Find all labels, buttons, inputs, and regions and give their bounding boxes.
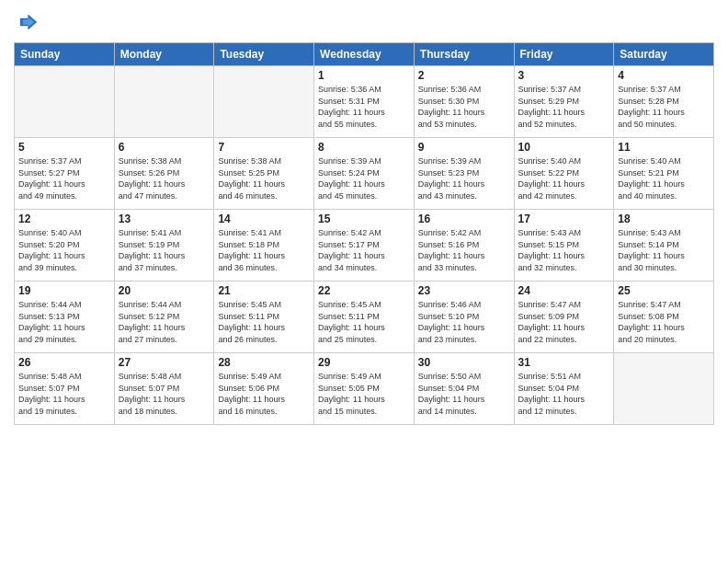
calendar-day-cell: 31Sunrise: 5:51 AM Sunset: 5:04 PM Dayli…	[514, 353, 614, 425]
day-info: Sunrise: 5:42 AM Sunset: 5:16 PM Dayligh…	[418, 227, 510, 273]
day-number: 26	[18, 356, 110, 369]
day-info: Sunrise: 5:40 AM Sunset: 5:21 PM Dayligh…	[618, 155, 710, 201]
calendar-day-cell: 9Sunrise: 5:39 AM Sunset: 5:23 PM Daylig…	[414, 138, 514, 210]
day-number: 18	[618, 213, 710, 225]
day-number: 10	[518, 141, 610, 154]
day-number: 5	[18, 141, 110, 154]
day-info: Sunrise: 5:42 AM Sunset: 5:17 PM Dayligh…	[318, 227, 410, 273]
day-info: Sunrise: 5:44 AM Sunset: 5:12 PM Dayligh…	[119, 299, 210, 345]
weekday-header: Monday	[114, 43, 214, 66]
day-number: 23	[418, 284, 510, 297]
calendar-day-cell: 21Sunrise: 5:45 AM Sunset: 5:11 PM Dayli…	[214, 282, 314, 353]
calendar-day-cell: 7Sunrise: 5:38 AM Sunset: 5:25 PM Daylig…	[214, 138, 314, 210]
weekday-header: Thursday	[414, 43, 514, 66]
day-number: 16	[418, 213, 510, 225]
day-info: Sunrise: 5:36 AM Sunset: 5:31 PM Dayligh…	[318, 84, 410, 130]
calendar-day-cell: 14Sunrise: 5:41 AM Sunset: 5:18 PM Dayli…	[214, 210, 314, 282]
calendar-day-cell: 11Sunrise: 5:40 AM Sunset: 5:21 PM Dayli…	[614, 138, 714, 210]
day-info: Sunrise: 5:38 AM Sunset: 5:26 PM Dayligh…	[119, 155, 210, 201]
day-number: 12	[18, 213, 110, 225]
calendar-container: SundayMondayTuesdayWednesdayThursdayFrid…	[0, 0, 728, 563]
calendar-day-cell: 18Sunrise: 5:43 AM Sunset: 5:14 PM Dayli…	[614, 210, 714, 282]
calendar-day-cell: 1Sunrise: 5:36 AM Sunset: 5:31 PM Daylig…	[314, 66, 415, 138]
day-number: 24	[518, 284, 610, 297]
day-info: Sunrise: 5:41 AM Sunset: 5:19 PM Dayligh…	[119, 227, 210, 273]
day-number: 13	[119, 213, 210, 225]
day-info: Sunrise: 5:45 AM Sunset: 5:11 PM Dayligh…	[218, 299, 310, 345]
weekday-header: Sunday	[15, 43, 115, 66]
day-info: Sunrise: 5:48 AM Sunset: 5:07 PM Dayligh…	[119, 371, 210, 417]
day-number: 17	[518, 213, 610, 225]
calendar-day-cell: 10Sunrise: 5:40 AM Sunset: 5:22 PM Dayli…	[514, 138, 614, 210]
day-info: Sunrise: 5:38 AM Sunset: 5:25 PM Dayligh…	[218, 155, 310, 201]
day-info: Sunrise: 5:45 AM Sunset: 5:11 PM Dayligh…	[318, 299, 410, 345]
logo	[14, 9, 43, 35]
day-info: Sunrise: 5:49 AM Sunset: 5:05 PM Dayligh…	[318, 371, 410, 417]
day-info: Sunrise: 5:37 AM Sunset: 5:29 PM Dayligh…	[518, 84, 610, 130]
calendar-day-cell: 22Sunrise: 5:45 AM Sunset: 5:11 PM Dayli…	[314, 282, 415, 353]
day-number: 6	[119, 141, 210, 154]
header	[14, 9, 714, 35]
calendar-day-cell: 8Sunrise: 5:39 AM Sunset: 5:24 PM Daylig…	[314, 138, 415, 210]
day-info: Sunrise: 5:47 AM Sunset: 5:09 PM Dayligh…	[518, 299, 610, 345]
logo-icon	[14, 9, 40, 35]
calendar-day-cell: 13Sunrise: 5:41 AM Sunset: 5:19 PM Dayli…	[114, 210, 214, 282]
day-number: 30	[418, 356, 510, 369]
day-info: Sunrise: 5:43 AM Sunset: 5:15 PM Dayligh…	[518, 227, 610, 273]
day-info: Sunrise: 5:40 AM Sunset: 5:20 PM Dayligh…	[18, 227, 110, 273]
calendar-week-row: 5Sunrise: 5:37 AM Sunset: 5:27 PM Daylig…	[15, 138, 714, 210]
day-number: 7	[218, 141, 310, 154]
day-info: Sunrise: 5:41 AM Sunset: 5:18 PM Dayligh…	[218, 227, 310, 273]
calendar-day-cell: 20Sunrise: 5:44 AM Sunset: 5:12 PM Dayli…	[114, 282, 214, 353]
day-number: 15	[318, 213, 410, 225]
calendar-day-cell: 24Sunrise: 5:47 AM Sunset: 5:09 PM Dayli…	[514, 282, 614, 353]
day-number: 2	[418, 69, 510, 82]
weekday-header: Tuesday	[214, 43, 314, 66]
calendar-day-cell: 28Sunrise: 5:49 AM Sunset: 5:06 PM Dayli…	[214, 353, 314, 425]
calendar-day-cell	[214, 66, 314, 138]
day-number: 31	[518, 356, 610, 369]
calendar-week-row: 19Sunrise: 5:44 AM Sunset: 5:13 PM Dayli…	[15, 282, 714, 353]
day-info: Sunrise: 5:37 AM Sunset: 5:28 PM Dayligh…	[618, 84, 710, 130]
calendar-day-cell: 5Sunrise: 5:37 AM Sunset: 5:27 PM Daylig…	[15, 138, 115, 210]
weekday-header: Wednesday	[314, 43, 415, 66]
calendar-day-cell: 27Sunrise: 5:48 AM Sunset: 5:07 PM Dayli…	[114, 353, 214, 425]
day-info: Sunrise: 5:39 AM Sunset: 5:24 PM Dayligh…	[318, 155, 410, 201]
calendar-day-cell: 30Sunrise: 5:50 AM Sunset: 5:04 PM Dayli…	[414, 353, 514, 425]
day-info: Sunrise: 5:49 AM Sunset: 5:06 PM Dayligh…	[218, 371, 310, 417]
day-number: 19	[18, 284, 110, 297]
calendar-week-row: 1Sunrise: 5:36 AM Sunset: 5:31 PM Daylig…	[15, 66, 714, 138]
day-number: 21	[218, 284, 310, 297]
weekday-header: Friday	[514, 43, 614, 66]
day-info: Sunrise: 5:47 AM Sunset: 5:08 PM Dayligh…	[618, 299, 710, 345]
calendar-day-cell: 12Sunrise: 5:40 AM Sunset: 5:20 PM Dayli…	[15, 210, 115, 282]
day-number: 25	[618, 284, 710, 297]
day-info: Sunrise: 5:44 AM Sunset: 5:13 PM Dayligh…	[18, 299, 110, 345]
calendar-day-cell: 19Sunrise: 5:44 AM Sunset: 5:13 PM Dayli…	[15, 282, 115, 353]
day-number: 3	[518, 69, 610, 82]
calendar-day-cell: 23Sunrise: 5:46 AM Sunset: 5:10 PM Dayli…	[414, 282, 514, 353]
calendar-day-cell: 17Sunrise: 5:43 AM Sunset: 5:15 PM Dayli…	[514, 210, 614, 282]
calendar-day-cell: 16Sunrise: 5:42 AM Sunset: 5:16 PM Dayli…	[414, 210, 514, 282]
calendar-day-cell	[15, 66, 115, 138]
calendar-week-row: 12Sunrise: 5:40 AM Sunset: 5:20 PM Dayli…	[15, 210, 714, 282]
day-number: 27	[119, 356, 210, 369]
day-number: 29	[318, 356, 410, 369]
day-info: Sunrise: 5:36 AM Sunset: 5:30 PM Dayligh…	[418, 84, 510, 130]
calendar-day-cell: 6Sunrise: 5:38 AM Sunset: 5:26 PM Daylig…	[114, 138, 214, 210]
day-info: Sunrise: 5:51 AM Sunset: 5:04 PM Dayligh…	[518, 371, 610, 417]
day-number: 28	[218, 356, 310, 369]
calendar-day-cell: 29Sunrise: 5:49 AM Sunset: 5:05 PM Dayli…	[314, 353, 415, 425]
calendar-day-cell: 26Sunrise: 5:48 AM Sunset: 5:07 PM Dayli…	[15, 353, 115, 425]
day-info: Sunrise: 5:48 AM Sunset: 5:07 PM Dayligh…	[18, 371, 110, 417]
day-number: 1	[318, 69, 410, 82]
day-info: Sunrise: 5:46 AM Sunset: 5:10 PM Dayligh…	[418, 299, 510, 345]
day-info: Sunrise: 5:50 AM Sunset: 5:04 PM Dayligh…	[418, 371, 510, 417]
day-number: 14	[218, 213, 310, 225]
day-info: Sunrise: 5:43 AM Sunset: 5:14 PM Dayligh…	[618, 227, 710, 273]
day-number: 20	[119, 284, 210, 297]
day-number: 4	[618, 69, 710, 82]
day-info: Sunrise: 5:39 AM Sunset: 5:23 PM Dayligh…	[418, 155, 510, 201]
calendar-day-cell	[614, 353, 714, 425]
calendar-day-cell: 25Sunrise: 5:47 AM Sunset: 5:08 PM Dayli…	[614, 282, 714, 353]
